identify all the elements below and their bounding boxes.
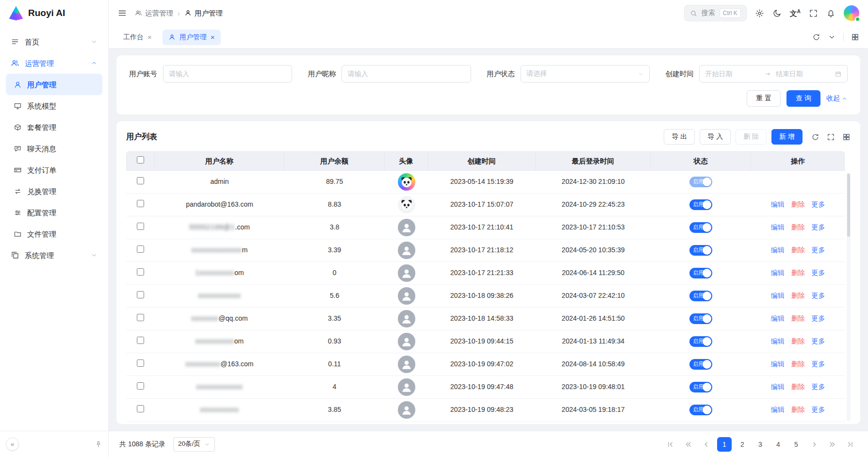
page-button-2[interactable]: 2 xyxy=(735,437,750,452)
fullscreen-icon[interactable] xyxy=(827,133,835,141)
status-toggle[interactable]: 启用 xyxy=(689,359,712,370)
status-toggle[interactable]: 启用 xyxy=(689,313,712,324)
row-checkbox[interactable] xyxy=(137,359,144,367)
more-link[interactable]: 更多 xyxy=(812,246,825,254)
sidebar-collapse-button[interactable]: « xyxy=(6,438,19,451)
more-link[interactable]: 更多 xyxy=(812,360,825,368)
edit-link[interactable]: 编辑 xyxy=(771,406,785,413)
fullscreen-icon[interactable] xyxy=(809,9,818,18)
column-settings-icon[interactable] xyxy=(842,133,851,141)
row-checkbox[interactable] xyxy=(137,223,144,230)
status-toggle[interactable]: 启用 xyxy=(689,199,712,210)
scrollbar-thumb[interactable] xyxy=(847,174,850,237)
edit-link[interactable]: 编辑 xyxy=(771,292,785,299)
delete-link[interactable]: 删除 xyxy=(791,360,805,368)
status-toggle[interactable]: 启用 xyxy=(689,291,712,301)
sidebar-subitem-0[interactable]: 用户管理 xyxy=(6,74,102,95)
moon-icon[interactable] xyxy=(772,9,782,18)
chevron-down-icon[interactable] xyxy=(828,33,836,41)
edit-link[interactable]: 编辑 xyxy=(771,314,785,322)
delete-link[interactable]: 删除 xyxy=(791,200,805,208)
more-link[interactable]: 更多 xyxy=(812,337,825,345)
more-link[interactable]: 更多 xyxy=(812,200,825,208)
brand[interactable]: Ruoyi AI xyxy=(0,0,108,26)
page-size-select[interactable]: 20条/页 xyxy=(173,437,215,452)
more-link[interactable]: 更多 xyxy=(812,269,825,277)
sidebar-item-operations[interactable]: 运营管理 xyxy=(6,52,102,74)
start-date-input[interactable] xyxy=(705,70,759,78)
sidebar-subitem-5[interactable]: 兑换管理 xyxy=(6,180,102,202)
edit-link[interactable]: 编辑 xyxy=(771,337,785,345)
edit-link[interactable]: 编辑 xyxy=(771,383,785,391)
collapse-filters-link[interactable]: 收起 xyxy=(826,94,848,103)
page-button-3[interactable]: 3 xyxy=(753,437,768,452)
user-avatar[interactable] xyxy=(844,5,859,21)
layout-grid-icon[interactable] xyxy=(851,33,859,41)
close-icon[interactable]: × xyxy=(211,32,215,42)
status-toggle[interactable]: 启用 xyxy=(689,268,712,278)
row-checkbox[interactable] xyxy=(137,245,144,253)
refresh-icon[interactable] xyxy=(812,33,820,41)
menu-toggle-icon[interactable] xyxy=(117,8,127,18)
edit-link[interactable]: 编辑 xyxy=(771,200,785,208)
sidebar-subitem-1[interactable]: 系统模型 xyxy=(6,95,102,116)
language-icon[interactable]: 文A xyxy=(790,8,801,18)
sidebar-subitem-2[interactable]: 套餐管理 xyxy=(6,116,102,138)
edit-link[interactable]: 编辑 xyxy=(771,246,785,254)
row-checkbox[interactable] xyxy=(137,382,144,390)
page-button-5[interactable]: 5 xyxy=(789,437,803,452)
status-toggle[interactable]: 启用 xyxy=(689,405,712,415)
date-range-picker[interactable] xyxy=(699,65,848,82)
page-button-1[interactable]: 1 xyxy=(717,437,732,452)
next-page-button[interactable] xyxy=(807,437,821,452)
edit-link[interactable]: 编辑 xyxy=(771,223,785,231)
import-button[interactable]: 导 入 xyxy=(700,129,731,145)
edit-link[interactable]: 编辑 xyxy=(771,360,785,368)
account-input[interactable] xyxy=(163,65,292,82)
nickname-input[interactable] xyxy=(342,65,471,82)
more-link[interactable]: 更多 xyxy=(812,223,825,231)
refresh-icon[interactable] xyxy=(811,133,819,141)
status-toggle[interactable]: 启用 xyxy=(689,245,712,256)
row-checkbox[interactable] xyxy=(137,177,144,184)
tab-workbench[interactable]: 工作台 × xyxy=(117,30,158,45)
status-toggle[interactable]: 启用 xyxy=(689,382,712,392)
delete-link[interactable]: 删除 xyxy=(791,337,805,345)
more-link[interactable]: 更多 xyxy=(812,314,825,322)
more-link[interactable]: 更多 xyxy=(812,292,825,299)
pin-icon[interactable] xyxy=(95,441,102,448)
delete-button[interactable]: 删 除 xyxy=(736,129,767,145)
prev-page-button[interactable] xyxy=(699,437,714,452)
delete-link[interactable]: 删除 xyxy=(791,246,805,254)
tab-user-management[interactable]: 用户管理 × xyxy=(163,30,221,45)
row-checkbox[interactable] xyxy=(137,268,144,276)
sidebar-item-system[interactable]: 系统管理 xyxy=(6,245,102,266)
breadcrumb-item-users[interactable]: 用户管理 xyxy=(184,8,223,18)
sidebar-subitem-6[interactable]: 配置管理 xyxy=(6,202,102,223)
last-page-button[interactable] xyxy=(843,437,857,452)
row-checkbox[interactable] xyxy=(137,337,144,344)
row-checkbox[interactable] xyxy=(137,291,144,298)
gear-icon[interactable] xyxy=(755,9,764,18)
search-button[interactable]: 查 询 xyxy=(786,90,820,107)
reset-button[interactable]: 重 置 xyxy=(747,90,781,107)
status-toggle[interactable]: 启用 xyxy=(689,222,712,233)
row-checkbox[interactable] xyxy=(137,314,144,321)
delete-link[interactable]: 删除 xyxy=(791,269,805,277)
more-link[interactable]: 更多 xyxy=(812,383,825,391)
breadcrumb-item-operations[interactable]: 运营管理 xyxy=(135,8,173,18)
delete-link[interactable]: 删除 xyxy=(791,223,805,231)
page-button-4[interactable]: 4 xyxy=(771,437,786,452)
status-toggle[interactable]: 启用 xyxy=(689,336,712,347)
export-button[interactable]: 导 出 xyxy=(664,129,695,145)
status-select[interactable]: 请选择 xyxy=(521,65,650,82)
delete-link[interactable]: 删除 xyxy=(791,406,805,413)
row-checkbox[interactable] xyxy=(137,200,144,207)
close-icon[interactable]: × xyxy=(147,32,152,42)
global-search[interactable]: 搜索 Ctrl K xyxy=(684,5,747,21)
fast-forward-button[interactable] xyxy=(825,437,839,452)
delete-link[interactable]: 删除 xyxy=(791,383,805,391)
sidebar-subitem-4[interactable]: 支付订单 xyxy=(6,159,102,180)
row-checkbox[interactable] xyxy=(137,405,144,412)
edit-link[interactable]: 编辑 xyxy=(771,269,785,277)
